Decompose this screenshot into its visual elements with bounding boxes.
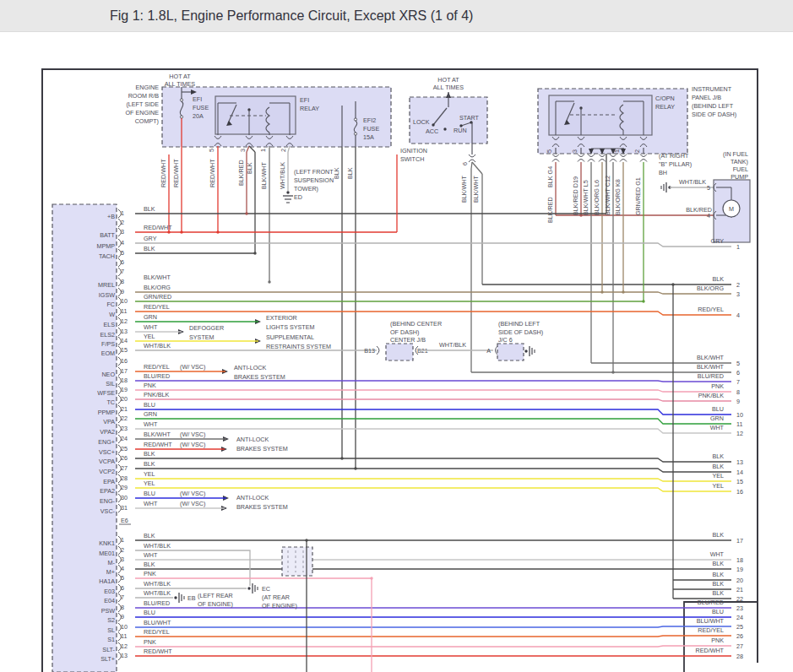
ecm-pin-name: PPMP <box>98 409 116 416</box>
wire-color-label: BLK <box>144 532 155 539</box>
ecm-pin-name: EOM <box>101 350 115 357</box>
motor-m-label: M <box>729 205 734 213</box>
right-pin-number: 23 <box>736 604 743 612</box>
wire-color-label: BLK/WHT <box>144 274 171 281</box>
label: WHT/BLK <box>439 341 466 349</box>
wire-color-label: BLU/RED <box>698 599 724 606</box>
vertical-label: BLK/RED <box>237 160 245 186</box>
connector-id: B13 <box>364 347 375 355</box>
ecm-pin-name: VPA <box>103 418 115 425</box>
wire <box>288 146 290 152</box>
right-pin-number: 25 <box>736 623 743 631</box>
right-pin-number: 21 <box>736 586 743 593</box>
ecm-pin-name: E03 <box>104 588 115 595</box>
wire-color-label: BLU/RED <box>144 599 170 607</box>
ecm-pin-name: VCP2 <box>99 468 115 475</box>
fuse-icon <box>180 116 182 118</box>
system-label: SUPPLEMENTAL <box>266 333 314 341</box>
ecm-pin-number: 26 <box>121 454 128 462</box>
ecm-pin-number: 7 <box>121 268 124 275</box>
instrument-panel-label: INSTRUMENT <box>692 85 732 93</box>
system-label: LIGHTS SYSTEM <box>266 323 315 331</box>
hot-at-all-times-label: ALL TIMES <box>165 80 196 88</box>
hot-at-all-times-label: HOT AT <box>169 73 191 80</box>
ecm-pin-number: 4 <box>121 239 124 247</box>
wire-color-label: BLK <box>712 275 724 283</box>
wire <box>135 312 731 315</box>
wiring-diagram-page: Fig 1: 1.8L, Engine Performance Circuit,… <box>0 0 793 672</box>
ground-ed-label: (LEFT FRONT <box>294 168 334 176</box>
wire-color-label: YEL <box>712 482 724 490</box>
wire-color-label: GRY <box>711 237 725 245</box>
right-pin-number: 5 <box>736 360 740 367</box>
wire <box>135 292 731 294</box>
right-pin-number: 1 <box>736 243 740 251</box>
ecm-pin-number: 29 <box>121 484 128 491</box>
b-pillar-ground-label: "B" PILLAR) <box>659 160 692 168</box>
junction-dot <box>305 539 307 541</box>
wire-color-label: WHT/BLK <box>144 580 171 588</box>
efi2-fuse-label: EFI2 <box>363 117 376 124</box>
ecm-pin-name: EPA <box>103 478 115 485</box>
right-pin-number: 13 <box>736 458 743 466</box>
ecm-pin-number: 25 <box>121 445 128 453</box>
wire <box>135 636 731 637</box>
ignition-pin-number: 6 <box>461 162 469 165</box>
junction-dot <box>216 230 219 233</box>
wire-color-label: BLK/WHT <box>697 363 725 371</box>
wire-color-label: BLK/ORG <box>144 284 171 291</box>
vertical-label: BLK/WHT <box>472 175 480 203</box>
ecm-pin-number: 6 <box>121 258 124 266</box>
wire-color-label: BLK <box>144 561 155 568</box>
hot-at-all-times-label: ALL TIMES <box>433 84 464 91</box>
right-pin-number: 19 <box>736 566 743 573</box>
ecm-pin-number: 14 <box>121 337 128 344</box>
ground-ec-label: EC <box>262 585 270 593</box>
engine-room-rb-label: COMPT) <box>135 117 159 125</box>
wire-color-label: WHT <box>144 551 158 559</box>
wire-color-label: PNK/BLK <box>144 391 170 398</box>
wire-color-label: WHT/BLK <box>144 589 171 597</box>
wire-color-label: WHT/BLK <box>144 342 171 350</box>
connector-icon <box>377 346 379 355</box>
wire-color-label: BLK <box>712 453 724 460</box>
copn-relay-label: RELAY <box>655 103 675 111</box>
connector-icon <box>578 154 584 157</box>
ecm-pin-number: 27 <box>121 464 128 472</box>
jc6-label: (BEHIND LEFT <box>498 320 540 328</box>
relay-pin-number: 5 <box>546 149 553 153</box>
system-label: DEFOGGER <box>189 324 224 332</box>
ecm-pin-name: S1 <box>107 636 115 643</box>
ecm-pin-number: 7 <box>121 593 124 601</box>
wire-color-label: GRN <box>144 410 157 418</box>
ecm-pin-number: 9 <box>121 288 124 295</box>
wire <box>135 626 731 627</box>
junction-dot <box>174 596 177 599</box>
engine-performance-circuit-diagram: ENGINEROOM R/B(LEFT SIDEOF ENGINECOMPT)H… <box>0 0 793 672</box>
right-pin-number: 17 <box>736 537 743 545</box>
wire-color-label: RED/WHT <box>144 441 172 448</box>
ecm-pin-number: 5 <box>121 574 124 582</box>
wire-color-label: PNK <box>144 382 156 389</box>
wire-color-label: RED/YEL <box>144 363 170 371</box>
efi2-fuse-label: FUSE <box>363 125 379 133</box>
connector-icon <box>610 160 616 162</box>
wire-color-label: WHT <box>710 424 725 431</box>
junction-dot <box>671 283 674 285</box>
wire-color-label: BLU <box>144 609 155 616</box>
engine-room-rb-label: ENGINE <box>135 84 159 91</box>
vertical-label: BLK/WHT C12 <box>604 176 611 215</box>
junction-dot <box>432 123 434 126</box>
vertical-label: BLK/RED <box>546 197 554 223</box>
vertical-label: BLK/RED D19 <box>572 176 579 215</box>
ecm-pin-name: NEO <box>101 371 115 378</box>
ecm-pin-number: 8 <box>121 604 124 611</box>
fuse-icon <box>354 133 356 135</box>
wire-color-label: GRY <box>144 235 157 242</box>
label: BLK/RED <box>686 206 712 214</box>
junction-dot <box>524 350 527 352</box>
connector-icon <box>578 160 584 162</box>
vertical-label: BLK/WHT L5 <box>582 180 589 215</box>
wire-color-label: RED/WHT <box>144 648 172 655</box>
vertical-label: BLK <box>333 167 340 179</box>
